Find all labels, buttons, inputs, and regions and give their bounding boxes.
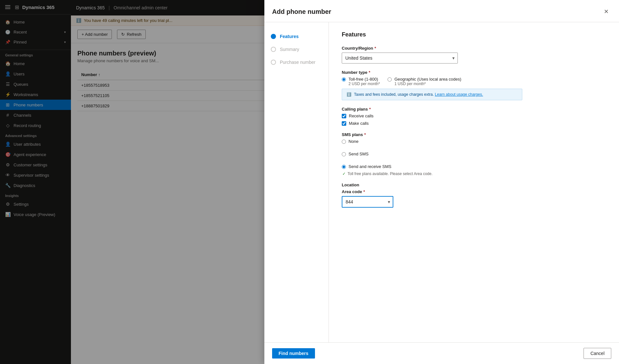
step-summary[interactable]: Summary — [264, 43, 329, 56]
number-type-radio-group: Toll-free (1-800) 2 USD per month* Geogr… — [342, 77, 606, 86]
step-circle-summary — [271, 47, 276, 52]
area-code-label: Area code * — [342, 189, 606, 194]
usage-charges-link[interactable]: Learn about usage charges. — [435, 92, 483, 97]
step-label-summary: Summary — [280, 47, 299, 52]
send-receive-sms-radio[interactable] — [342, 165, 346, 169]
step-circle-features — [271, 34, 276, 39]
sms-none-radio[interactable] — [342, 140, 346, 144]
location-label: Location — [342, 182, 606, 187]
step-label-purchase: Purchase number — [280, 60, 316, 65]
sms-plans-group: SMS plans * None Send SMS Send and recei… — [342, 132, 606, 176]
panel-close-button[interactable]: ✕ — [601, 6, 611, 17]
sms-note: Toll free plans available. Please select… — [342, 172, 606, 176]
step-label-features: Features — [280, 34, 299, 39]
receive-calls-label: Receive calls — [349, 113, 374, 118]
geographic-radio[interactable] — [388, 77, 392, 82]
sms-none-option[interactable]: None — [342, 139, 606, 144]
send-sms-radio[interactable] — [342, 152, 346, 156]
toll-free-option[interactable]: Toll-free (1-800) 2 USD per month* — [342, 77, 380, 86]
toll-free-radio[interactable] — [342, 77, 346, 82]
sms-plans-label: SMS plans * — [342, 132, 606, 137]
add-phone-number-panel: Add phone number ✕ Features Summary Purc… — [264, 0, 619, 364]
form-content: Features Country/Region * United States … — [329, 22, 619, 342]
country-region-select-wrapper: United States — [342, 53, 458, 64]
panel-title: Add phone number — [272, 8, 331, 15]
step-purchase[interactable]: Purchase number — [264, 56, 329, 69]
number-type-group: Number type * Toll-free (1-800) 2 USD pe… — [342, 70, 606, 100]
cancel-button[interactable]: Cancel — [584, 348, 611, 359]
area-code-select-wrapper: 844 — [342, 196, 393, 208]
send-receive-sms-label: Send and receive SMS — [349, 164, 391, 169]
country-region-select[interactable]: United States — [342, 53, 458, 64]
location-group: Location Area code * 844 — [342, 182, 606, 208]
geographic-subtext: 1 USD per month* — [394, 82, 461, 86]
step-circle-purchase — [271, 60, 276, 65]
receive-calls-option[interactable]: Receive calls — [342, 113, 606, 118]
toll-free-label: Toll-free (1-800) — [349, 77, 380, 82]
send-sms-label: Send SMS — [349, 152, 368, 156]
make-calls-option[interactable]: Make calls — [342, 121, 606, 126]
geographic-option[interactable]: Geographic (Uses local area codes) 1 USD… — [388, 77, 461, 86]
send-receive-sms-option[interactable]: Send and receive SMS — [342, 164, 606, 169]
number-type-label: Number type * — [342, 70, 606, 75]
info-text: Taxes and fees included, usage charges e… — [354, 92, 483, 97]
area-code-group: Area code * 844 — [342, 189, 606, 208]
panel-header: Add phone number ✕ — [264, 0, 619, 22]
step-features[interactable]: Features — [264, 30, 329, 43]
country-region-label: Country/Region * — [342, 46, 606, 51]
sms-none-label: None — [349, 139, 359, 144]
find-numbers-button[interactable]: Find numbers — [272, 348, 315, 359]
send-sms-option[interactable]: Send SMS — [342, 152, 606, 156]
steps-sidebar: Features Summary Purchase number — [264, 22, 329, 342]
panel-body: Features Summary Purchase number Feature… — [264, 22, 619, 342]
make-calls-label: Make calls — [349, 121, 368, 126]
sms-note-text: Toll free plans available. Please select… — [348, 172, 433, 176]
country-region-group: Country/Region * United States — [342, 46, 606, 64]
geographic-label: Geographic (Uses local area codes) — [394, 77, 461, 82]
form-section-title: Features — [342, 31, 606, 38]
info-circle-icon: ℹ️ — [347, 92, 351, 97]
calling-plans-group: Calling plans * Receive calls Make calls — [342, 107, 606, 126]
receive-calls-checkbox[interactable] — [342, 114, 346, 118]
info-banner: ℹ️ Taxes and fees included, usage charge… — [342, 89, 522, 100]
area-code-select[interactable]: 844 — [342, 196, 393, 208]
make-calls-checkbox[interactable] — [342, 121, 346, 126]
panel-footer: Find numbers Cancel — [264, 342, 619, 364]
toll-free-subtext: 2 USD per month* — [349, 82, 380, 86]
calling-plans-label: Calling plans * — [342, 107, 606, 112]
